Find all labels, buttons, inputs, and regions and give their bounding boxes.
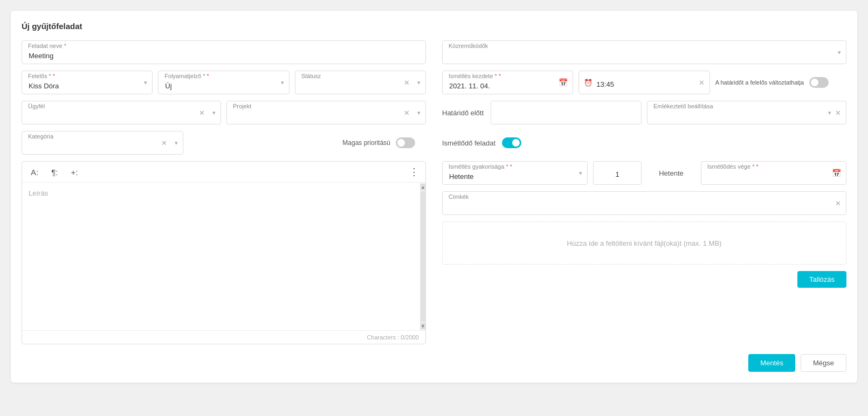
- deadline-allowed-label: A határidőt a felelős változtathatja: [715, 79, 804, 86]
- file-drop-zone[interactable]: Húzza ide a feltölteni kívánt fájl(oka)t…: [442, 221, 846, 265]
- deadline-before-field: [491, 101, 642, 124]
- project-clear-icon[interactable]: ✕: [404, 109, 410, 117]
- text-format-button[interactable]: A:: [29, 167, 40, 178]
- project-field: Projekt ▾ ✕: [226, 101, 426, 124]
- reminder-chevron-icon: ▾: [828, 109, 831, 116]
- reminder-clear-icon[interactable]: ✕: [835, 109, 841, 117]
- browse-button[interactable]: Tallózás: [797, 271, 846, 288]
- task-name-field: Feladat neve *: [22, 40, 426, 64]
- time-clear-icon[interactable]: ✕: [699, 79, 705, 87]
- deadline-before-input[interactable]: [491, 101, 642, 124]
- client-field: Ügyfél ▾ ✕: [22, 101, 221, 124]
- character-count: Characters : 0/2000: [22, 330, 425, 344]
- recurring-toggle[interactable]: [502, 137, 521, 148]
- task-name-input[interactable]: [22, 40, 426, 64]
- recurring-task-row: Ismétlődő feladat: [442, 131, 846, 155]
- description-placeholder: Leírás: [29, 189, 48, 197]
- repeat-start-row: Ismétlés kezdete * 📅 ⏰ ✕ A határidőt a f…: [442, 71, 846, 94]
- client-clear-icon[interactable]: ✕: [199, 109, 205, 117]
- collaborators-input[interactable]: [442, 40, 846, 64]
- editor-toolbar: A: ¶: +: ⋮: [22, 162, 425, 183]
- repeat-start-input[interactable]: [442, 71, 573, 94]
- cancel-button[interactable]: Mégse: [801, 354, 846, 372]
- repeat-end-input[interactable]: [701, 161, 846, 185]
- high-priority-toggle-group: Magas prioritású: [342, 131, 415, 155]
- deadline-toggle[interactable]: [809, 77, 829, 88]
- frequency-number-field: [593, 161, 642, 185]
- more-options-button[interactable]: ⋮: [409, 166, 419, 178]
- time-input[interactable]: [578, 71, 709, 94]
- scroll-up-button[interactable]: ▲: [421, 184, 426, 190]
- insert-button[interactable]: +:: [68, 167, 80, 178]
- process-field: Folyamatjelző * ▾: [158, 71, 289, 94]
- repeat-end-field: Ismétlődés vége * 📅: [701, 161, 846, 185]
- project-input[interactable]: [226, 101, 426, 124]
- file-drop-label: Húzza ide a feltölteni kívánt fájl(oka)t…: [567, 239, 722, 247]
- deadline-reminder-row: Határidő előtt Emlékeztető beállítása ▾ …: [442, 101, 846, 124]
- assignee-field: Felelős * ▾: [22, 71, 153, 94]
- labels-field: Címkék ✕: [442, 191, 846, 215]
- description-editor: A: ¶: +: ⋮ Leírás ▲ ▼: [22, 161, 426, 344]
- time-field: ⏰ ✕: [578, 71, 709, 94]
- status-field: Státusz ▾ ✕: [295, 71, 426, 94]
- labels-input[interactable]: [442, 191, 846, 215]
- collaborators-field: Közreműködők ▾: [442, 40, 846, 64]
- page-title: Új gyűjtőfeladat: [22, 22, 846, 31]
- category-field: Kategória ▾ ✕: [22, 131, 183, 155]
- deadline-before-label: Határidő előtt: [442, 101, 485, 124]
- row-client-project: Ügyfél ▾ ✕ Projekt ▾ ✕: [22, 101, 426, 124]
- recurring-label: Ismétlődő feladat: [442, 139, 495, 147]
- reminder-input[interactable]: [647, 101, 846, 124]
- frequency-input[interactable]: [442, 161, 588, 185]
- description-textarea[interactable]: Leírás: [22, 183, 420, 330]
- frequency-row: Ismétlés gyakorisága * ▾ Hetente Ismétl: [442, 161, 846, 185]
- assignee-input[interactable]: [22, 71, 153, 94]
- bottom-action-bar: Mentés Mégse: [22, 354, 846, 372]
- reminder-field: Emlékeztető beállítása ▾ ✕: [647, 101, 846, 124]
- scroll-thumb[interactable]: [421, 191, 426, 322]
- deadline-toggle-group: A határidőt a felelős változtathatja: [715, 71, 846, 94]
- client-input[interactable]: [22, 101, 221, 124]
- status-clear-icon[interactable]: ✕: [404, 79, 410, 87]
- process-input[interactable]: [158, 71, 289, 94]
- category-input[interactable]: [22, 131, 183, 155]
- save-button[interactable]: Mentés: [748, 354, 795, 372]
- frequency-field: Ismétlés gyakorisága * ▾: [442, 161, 588, 185]
- high-priority-label: Magas prioritású: [342, 139, 390, 147]
- frequency-number-input[interactable]: [593, 161, 642, 185]
- labels-clear-icon[interactable]: ✕: [835, 199, 841, 207]
- repeat-start-date-field: Ismétlés kezdete * 📅: [442, 71, 573, 94]
- frequency-unit-label: Hetente: [659, 169, 684, 177]
- high-priority-toggle[interactable]: [396, 137, 415, 148]
- editor-scrollbar[interactable]: ▲ ▼: [420, 183, 425, 330]
- category-clear-icon[interactable]: ✕: [161, 139, 167, 147]
- row-assignee-process-status: Felelős * ▾ Folyamatjelző * ▾ Státusz: [22, 71, 426, 94]
- scroll-down-button[interactable]: ▼: [421, 323, 426, 329]
- paragraph-button[interactable]: ¶:: [49, 167, 60, 178]
